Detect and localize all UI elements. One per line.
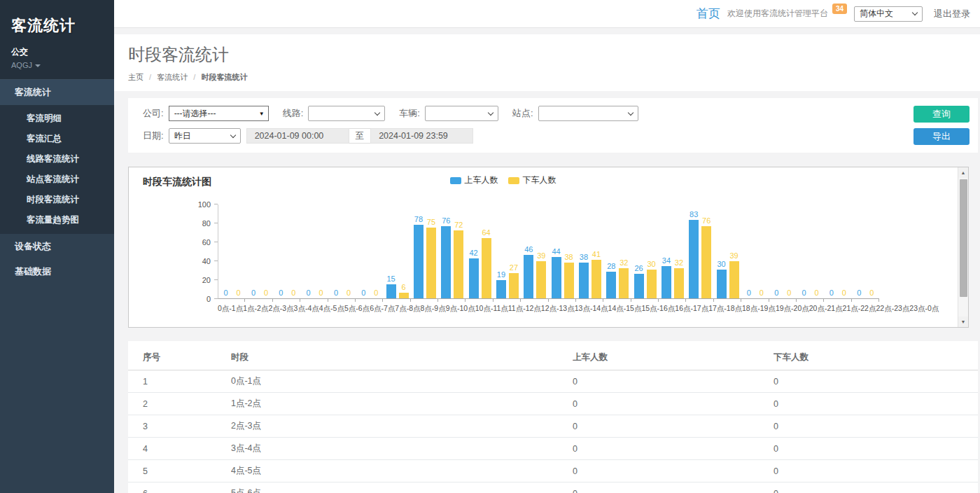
table-cell: 2点-3点 bbox=[231, 415, 573, 438]
bar-chart: 020406080100 000000000000156787576724264… bbox=[143, 204, 968, 314]
table-header-cell: 上车人数 bbox=[573, 347, 774, 370]
bar: 64 bbox=[482, 238, 491, 298]
y-axis-tick bbox=[214, 204, 218, 204]
x-axis-tick bbox=[218, 299, 245, 302]
company-label: 公司: bbox=[143, 107, 164, 120]
user-dropdown[interactable]: AQGJ bbox=[11, 61, 103, 69]
x-axis-tick bbox=[411, 299, 438, 302]
bar: 78 bbox=[414, 225, 424, 298]
query-button[interactable]: 查询 bbox=[913, 106, 969, 123]
bar-value-label: 39 bbox=[729, 251, 738, 260]
x-axis-tick bbox=[631, 299, 659, 302]
table-header-row: 序号时段上车人数下车人数 bbox=[128, 347, 978, 370]
home-link[interactable]: 首页 bbox=[696, 6, 720, 22]
chevron-down-icon bbox=[627, 109, 633, 115]
y-axis-tick-label: 20 bbox=[202, 276, 211, 284]
y-axis-tick bbox=[214, 242, 218, 242]
bar-group: 2832 bbox=[604, 268, 631, 298]
bar-value-label: 19 bbox=[497, 270, 505, 279]
bar-value-label: 30 bbox=[717, 260, 725, 268]
page-title: 时段客流统计 bbox=[128, 43, 966, 66]
submenu-item[interactable]: 线路客流统计 bbox=[0, 149, 114, 169]
bar: 26 bbox=[634, 274, 644, 298]
bar-value-label: 27 bbox=[510, 263, 518, 272]
chevron-down-icon bbox=[488, 109, 493, 115]
station-select[interactable] bbox=[538, 106, 638, 121]
table-cell: 5点-6点 bbox=[231, 482, 573, 493]
date-preset-select[interactable]: 昨日 bbox=[169, 128, 241, 144]
x-axis-tick bbox=[741, 299, 769, 302]
main-content: 首页 欢迎使用客流统计管理平台 34 简体中文 退出登录 时段客流统计 主页 /… bbox=[114, 0, 980, 493]
bar-group: 7875 bbox=[411, 225, 438, 298]
x-axis-category-label: 7点-8点 bbox=[395, 304, 420, 314]
sidebar-item-base-data[interactable]: 基础数据 bbox=[0, 259, 114, 284]
bar: 32 bbox=[674, 268, 684, 298]
table-cell: 6 bbox=[128, 482, 231, 493]
x-axis-tick bbox=[686, 299, 713, 302]
x-axis-category-label: 5点-6点 bbox=[344, 304, 370, 314]
table-row: 21点-2点00 bbox=[128, 393, 978, 415]
legend-swatch-icon bbox=[450, 177, 461, 184]
bar: 41 bbox=[592, 260, 601, 298]
table-cell: 0 bbox=[573, 393, 774, 415]
bar: 30 bbox=[717, 270, 727, 298]
submenu-item[interactable]: 站点客流统计 bbox=[0, 169, 114, 190]
sidebar-item-passenger-flow[interactable]: 客流统计 bbox=[0, 80, 114, 105]
x-axis-category-label: 13点-14点 bbox=[575, 304, 608, 314]
bar: 83 bbox=[689, 220, 699, 298]
bar-value-label: 41 bbox=[592, 250, 601, 258]
bar-value-label: 0 bbox=[279, 289, 283, 297]
table-cell: 0 bbox=[774, 393, 978, 415]
date-to-input[interactable]: 2024-01-09 23:59 bbox=[370, 128, 473, 144]
bar: 42 bbox=[469, 258, 479, 298]
scroll-down-button[interactable]: ▼ bbox=[958, 317, 968, 327]
bar-value-label: 0 bbox=[237, 289, 241, 297]
bar-value-label: 0 bbox=[802, 289, 806, 297]
x-axis-category-label: 19点-20点 bbox=[776, 304, 809, 314]
company-select[interactable]: ---请选择--- ▼ bbox=[169, 106, 269, 121]
scrollbar-thumb[interactable] bbox=[960, 179, 967, 297]
table-cell: 0 bbox=[774, 370, 978, 393]
date-label: 日期: bbox=[143, 130, 164, 142]
y-axis-tick-label: 100 bbox=[198, 200, 211, 209]
logout-link[interactable]: 退出登录 bbox=[934, 8, 970, 20]
hour-stats-table: 序号时段上车人数下车人数 10点-1点0021点-2点0032点-3点0043点… bbox=[128, 347, 978, 493]
bar-value-label: 34 bbox=[662, 256, 671, 265]
scroll-up-button[interactable]: ▲ bbox=[958, 167, 968, 178]
table-cell: 0 bbox=[573, 370, 774, 393]
vehicle-select[interactable] bbox=[425, 106, 498, 121]
legend-label: 下车人数 bbox=[523, 174, 556, 186]
triangle-down-icon: ▼ bbox=[259, 111, 265, 117]
legend-item[interactable]: 下车人数 bbox=[508, 174, 556, 186]
data-table-panel: 序号时段上车人数下车人数 10点-1点0021点-2点0032点-3点0043点… bbox=[128, 341, 978, 493]
x-axis-category-label: 10点-11点 bbox=[475, 304, 508, 314]
bar-value-label: 32 bbox=[675, 258, 683, 267]
line-select[interactable] bbox=[308, 106, 385, 121]
submenu-item[interactable]: 时段客流统计 bbox=[0, 190, 114, 210]
table-cell: 0 bbox=[774, 460, 978, 482]
legend-item[interactable]: 上车人数 bbox=[450, 174, 498, 186]
bar-value-label: 0 bbox=[830, 289, 834, 297]
y-axis-tick-label: 60 bbox=[202, 238, 211, 246]
submenu-item[interactable]: 客流量趋势图 bbox=[0, 210, 114, 230]
breadcrumb-passenger-flow[interactable]: 客流统计 bbox=[157, 73, 188, 81]
bar-value-label: 44 bbox=[552, 247, 560, 256]
chevron-down-icon bbox=[230, 132, 235, 137]
submenu-item[interactable]: 客流汇总 bbox=[0, 129, 114, 149]
breadcrumb-home[interactable]: 主页 bbox=[128, 73, 144, 81]
language-select[interactable]: 简体中文 bbox=[854, 6, 923, 22]
x-axis-ticks bbox=[218, 299, 879, 302]
table-cell: 0 bbox=[774, 482, 978, 493]
submenu-item[interactable]: 客流明细 bbox=[0, 109, 114, 129]
chart-scrollbar: ▲ ▼ bbox=[958, 167, 968, 327]
export-button[interactable]: 导出 bbox=[913, 128, 969, 145]
table-row: 65点-6点00 bbox=[128, 482, 978, 493]
date-preset-value: 昨日 bbox=[174, 130, 191, 142]
sidebar-item-device-status[interactable]: 设备状态 bbox=[0, 234, 114, 259]
bar: 34 bbox=[662, 266, 671, 298]
chevron-down-icon bbox=[912, 10, 918, 15]
bar-value-label: 46 bbox=[524, 245, 533, 254]
breadcrumb: 主页 / 客流统计 / 时段客流统计 bbox=[128, 72, 966, 83]
top-header: 首页 欢迎使用客流统计管理平台 34 简体中文 退出登录 bbox=[114, 0, 980, 28]
date-from-input[interactable]: 2024-01-09 00:00 bbox=[246, 128, 349, 144]
